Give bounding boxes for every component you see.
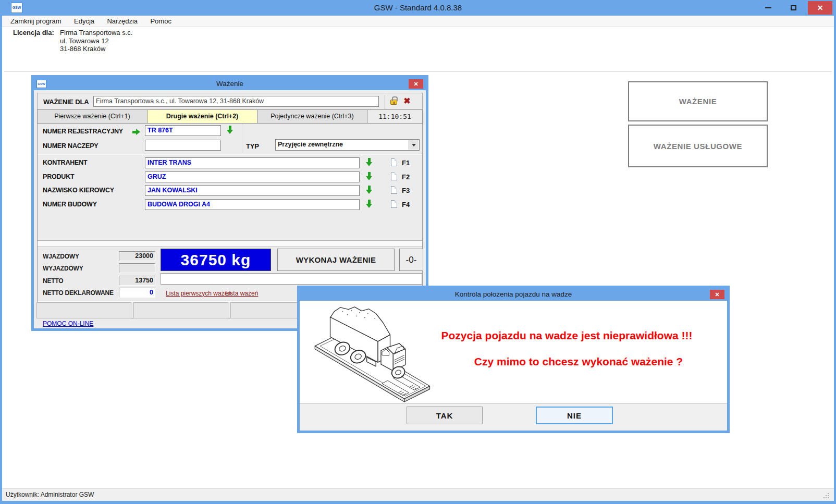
chevron-down-icon [412,144,416,146]
window-title: GSW - Standard 4.0.8.38 [0,0,836,16]
menu-pomoc[interactable]: Pomoc [145,16,176,27]
wazenie-main-button[interactable]: WAŻENIE [628,81,768,121]
maximize-icon [791,5,796,10]
wazenie-dla-separator [385,95,385,109]
license-info: Firma Transportowa s.c. ul. Towarowa 12 … [60,29,132,53]
typ-label: TYP [246,142,259,150]
lock-icon[interactable] [390,100,397,105]
netto-value: 13750 [119,276,155,286]
wyjazdowy-label: WYJAZDOWY [43,265,83,272]
tab-pierwsze-wazenie[interactable]: Pierwsze ważenie (Ctrl+1) [37,109,147,124]
application-window: GSW GSW - Standard 4.0.8.38 ✕ Zamknij pr… [0,0,836,504]
window-border-right [834,16,836,504]
modal-close-button[interactable]: ✕ [710,290,724,299]
menu-narzedzia[interactable]: Narzędzia [102,16,143,27]
clear-icon[interactable]: ✖ [402,96,412,106]
license-label: Licencja dla: [13,29,54,36]
message-band [38,240,422,247]
position-check-modal: Kontrola położenia pojazdu na wadze ✕ [297,286,730,433]
budowa-document-icon[interactable] [391,200,397,208]
window-titlebar: GSW GSW - Standard 4.0.8.38 ✕ [0,0,836,16]
wazenie-dla-input[interactable]: Firma Transportowa s.c., ul. Towarowa 12… [93,96,379,107]
numer-budowy-label: NUMER BUDOWY [43,201,97,208]
budowa-fkey-label: F4 [402,201,410,208]
numer-budowy-input[interactable]: BUDOWA DROGI A4 [145,199,360,210]
numer-naczepy-label: NUMER NACZEPY [43,142,98,150]
lista-pierwszych-wazen-link[interactable]: Lista pierwszych ważeń [166,290,231,297]
fields-horizontal-divider [38,154,422,155]
modal-button-bar [300,403,727,431]
netto-deklarowane-input[interactable]: 0 [119,288,155,298]
maximize-button[interactable] [783,0,804,16]
wazenie-dla-row: WAŻENIE DLA Firma Transportowa s.c., ul.… [37,93,423,110]
wjazdowy-value: 23000 [119,251,155,261]
weight-display: 36750 kg [161,249,271,271]
typ-dropdown-value: Przyjęcie zewnętrzne [278,141,343,148]
wazenie-dla-label: WAŻENIE DLA [43,98,89,106]
rejestracyjny-picker-arrow-icon[interactable] [227,126,233,134]
wazenie-dialog-titlebar: GSW Ważenie ✕ [34,78,426,90]
produkt-document-icon[interactable] [391,173,397,180]
statusbar: Użytkownik: Administrator GSW [2,488,834,501]
netto-label: NETTO [43,277,63,285]
empty-slot-2 [133,302,228,318]
wjazdowy-label: WJAZDOWY [43,253,79,260]
fields-vertical-divider [242,124,243,153]
window-border-left [0,16,2,504]
scale-message-field [161,273,422,285]
minimize-icon [765,7,771,8]
tak-button[interactable]: TAK [407,407,483,424]
produkt-input[interactable]: GRUZ [145,171,360,182]
arrow-right-icon [132,129,140,136]
budowa-picker-arrow-icon[interactable] [366,200,373,208]
netto-deklarowane-label: NETTO DEKLAROWANE [43,289,114,297]
lista-wazen-link[interactable]: Lista ważeń [225,290,258,297]
numer-rejestracyjny-input[interactable]: TR 876T [145,125,221,136]
empty-slot-1 [36,302,131,318]
menu-zamknij-program[interactable]: Zamknij program [5,16,67,27]
numer-rejestracyjny-label: NUMER REJESTRACYJNY [43,128,123,135]
clock-display: 11:10:51 [367,109,423,124]
nazwisko-kierowcy-input[interactable]: JAN KOWALSKI [145,185,360,196]
license-divider [4,71,832,72]
kierowca-document-icon[interactable] [391,186,397,194]
tab-pojedyncze-wazenie[interactable]: Pojedyncze ważenie (Ctrl+3) [257,109,367,124]
resize-grip[interactable] [828,497,829,498]
produkt-picker-arrow-icon[interactable] [366,172,373,180]
kontrahent-picker-arrow-icon[interactable] [366,158,373,166]
tab-drugie-wazenie[interactable]: Drugie ważenie (Ctrl+2) [147,109,257,124]
wazenie-dialog-title: Ważenie [34,78,426,90]
nazwisko-kierowcy-label: NAZWISKO KIEROWCY [43,187,114,194]
modal-content: Pozycja pojazdu na wadze jest nieprawidł… [300,301,727,431]
menu-edycja[interactable]: Edycja [69,16,100,27]
produkt-fkey-label: F2 [402,173,410,181]
kierowca-picker-arrow-icon[interactable] [366,186,373,194]
nie-button[interactable]: NIE [536,407,613,424]
modal-titlebar: Kontrola położenia pojazdu na wadze ✕ [300,288,727,301]
kontrahent-label: KONTRAHENT [43,159,88,166]
license-city: 31-868 Kraków [60,45,132,53]
minimize-button[interactable] [758,0,779,16]
wazenie-dialog-close-button[interactable]: ✕ [409,79,423,89]
truck-position-illustration [305,303,456,402]
typ-dropdown[interactable]: Przyjęcie zewnętrzne [275,139,420,151]
status-user-text: Użytkownik: Administrator GSW [6,491,94,498]
menubar: Zamknij program Edycja Narzędzia Pomoc [2,16,834,27]
wazenie-uslugowe-button[interactable]: WAŻENIE USŁUGOWE [628,125,768,167]
kontrahent-fkey-label: F1 [402,159,410,167]
typ-dropdown-button[interactable] [409,140,419,150]
produkt-label: PRODUKT [43,173,74,180]
wyjazdowy-value [119,263,155,273]
numer-naczepy-input[interactable] [145,140,221,151]
license-street: ul. Towarowa 12 [60,37,132,45]
close-button[interactable]: ✕ [808,1,832,15]
window-border-bottom [0,501,836,504]
kontrahent-document-icon[interactable] [391,158,397,166]
pomoc-online-link[interactable]: POMOC ON-LINE [43,320,93,327]
zero-scale-button[interactable]: -0- [399,249,423,271]
wykonaj-wazenie-button[interactable]: WYKONAJ WAŻENIE [277,249,395,271]
license-company: Firma Transportowa s.c. [60,29,132,37]
kontrahent-input[interactable]: INTER TRANS [145,157,360,168]
modal-title: Kontrola położenia pojazdu na wadze [300,288,727,301]
warning-message-line1: Pozycja pojazdu na wadze jest nieprawidł… [412,329,722,342]
